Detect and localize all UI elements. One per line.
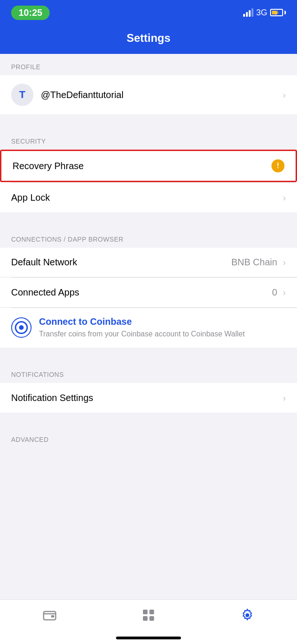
content-area: PROFILE T @TheDefianttutorial › SECURITY…	[0, 54, 297, 504]
recovery-phrase-label: Recovery Phrase	[13, 161, 84, 171]
avatar: T	[11, 84, 33, 106]
profile-item-left: T @TheDefianttutorial	[11, 84, 283, 106]
app-lock-right: ›	[283, 192, 286, 203]
page-title: Settings	[127, 32, 171, 44]
chevron-right-icon: ›	[283, 192, 286, 203]
default-network-label: Default Network	[11, 257, 77, 268]
wallet-icon	[43, 609, 57, 625]
section-label-profile: PROFILE	[0, 54, 297, 75]
svg-rect-4	[143, 616, 148, 621]
status-right: 3G ⚡	[243, 8, 286, 18]
security-card: Recovery Phrase ! App Lock ›	[0, 150, 297, 212]
default-network-right: BNB Chain ›	[231, 257, 286, 268]
separator-3	[0, 348, 297, 361]
default-network-value: BNB Chain	[231, 257, 277, 268]
chevron-right-icon: ›	[283, 90, 286, 100]
page-header: Settings	[0, 25, 297, 54]
recovery-phrase-item[interactable]: Recovery Phrase !	[0, 150, 297, 182]
app-lock-label: App Lock	[11, 192, 50, 203]
coinbase-text-block: Connect to Coinbase Transfer coins from …	[39, 316, 286, 339]
nav-item-apps[interactable]	[132, 606, 165, 627]
apps-grid-icon	[142, 608, 155, 625]
section-label-notifications: NOTIFICATIONS	[0, 361, 297, 383]
notification-settings-label: Notification Settings	[11, 393, 93, 403]
notification-settings-left: Notification Settings	[11, 393, 283, 403]
svg-rect-5	[149, 616, 154, 621]
notifications-card: Notification Settings ›	[0, 383, 297, 413]
profile-account-item[interactable]: T @TheDefianttutorial ›	[0, 75, 297, 114]
coinbase-connect-item[interactable]: Connect to Coinbase Transfer coins from …	[0, 308, 297, 348]
svg-rect-1	[51, 615, 54, 618]
profile-card: T @TheDefianttutorial ›	[0, 75, 297, 114]
svg-rect-2	[143, 610, 148, 614]
section-label-advanced: ADVANCED	[0, 427, 297, 448]
home-indicator	[116, 637, 181, 639]
separator-2	[0, 212, 297, 226]
profile-username: @TheDefianttutorial	[41, 90, 123, 100]
settings-gear-icon	[240, 608, 254, 625]
default-network-left: Default Network	[11, 257, 231, 268]
app-lock-item[interactable]: App Lock ›	[0, 183, 297, 212]
connected-apps-right: 0 ›	[272, 287, 286, 298]
signal-bars-icon	[243, 8, 253, 17]
separator-4	[0, 413, 297, 427]
section-label-security: SECURITY	[0, 128, 297, 150]
warning-badge-icon: !	[271, 159, 284, 172]
network-label: 3G	[256, 8, 267, 18]
svg-point-6	[245, 613, 249, 617]
coinbase-title: Connect to Coinbase	[39, 316, 286, 327]
profile-item-right: ›	[283, 90, 286, 100]
notification-settings-item[interactable]: Notification Settings ›	[0, 383, 297, 413]
separator-1	[0, 114, 297, 128]
connected-apps-left: Connected Apps	[11, 287, 272, 298]
nav-item-settings[interactable]	[231, 606, 264, 627]
connected-apps-label: Connected Apps	[11, 287, 79, 298]
default-network-item[interactable]: Default Network BNB Chain ›	[0, 248, 297, 277]
chevron-right-icon: ›	[283, 287, 286, 298]
nav-item-wallet[interactable]	[33, 607, 66, 627]
svg-rect-3	[149, 610, 154, 614]
coinbase-logo-icon	[11, 317, 32, 338]
bottom-nav-items	[0, 600, 297, 633]
chevron-right-icon: ›	[283, 257, 286, 268]
connected-apps-count: 0	[272, 287, 277, 298]
connections-card: Default Network BNB Chain › Connected Ap…	[0, 248, 297, 348]
battery-icon: ⚡	[270, 9, 286, 16]
bottom-nav	[0, 599, 297, 644]
recovery-phrase-right: !	[271, 159, 284, 172]
app-lock-left: App Lock	[11, 192, 283, 203]
section-label-connections: CONNECTIONS / DAPP BROWSER	[0, 226, 297, 248]
recovery-phrase-left: Recovery Phrase	[13, 161, 271, 171]
chevron-right-icon: ›	[283, 393, 286, 403]
status-time: 10:25	[11, 6, 50, 20]
status-bar: 10:25 3G ⚡	[0, 0, 297, 25]
notification-settings-right: ›	[283, 393, 286, 403]
connected-apps-item[interactable]: Connected Apps 0 ›	[0, 278, 297, 308]
coinbase-subtitle: Transfer coins from your Coinbase accoun…	[39, 329, 286, 339]
